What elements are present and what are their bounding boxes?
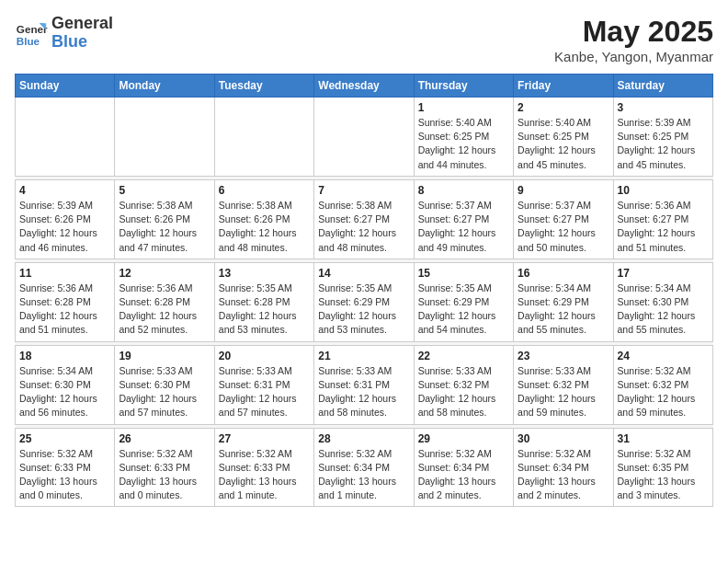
cell-date-number: 13 bbox=[219, 267, 310, 280]
calendar-title: May 2025 bbox=[554, 15, 713, 49]
header-day: Thursday bbox=[414, 75, 513, 98]
calendar-cell: 25Sunrise: 5:32 AM Sunset: 6:33 PM Dayli… bbox=[16, 428, 115, 507]
header-row: SundayMondayTuesdayWednesdayThursdayFrid… bbox=[16, 75, 713, 98]
cell-date-number: 28 bbox=[318, 432, 409, 445]
logo-line1: General bbox=[51, 15, 113, 33]
cell-date-number: 2 bbox=[518, 101, 609, 114]
cell-date-number: 9 bbox=[518, 184, 609, 197]
calendar-cell: 10Sunrise: 5:36 AM Sunset: 6:27 PM Dayli… bbox=[613, 179, 712, 259]
calendar-subtitle: Kanbe, Yangon, Myanmar bbox=[554, 49, 713, 64]
calendar-cell: 12Sunrise: 5:36 AM Sunset: 6:28 PM Dayli… bbox=[115, 262, 214, 341]
calendar-cell: 28Sunrise: 5:32 AM Sunset: 6:34 PM Dayli… bbox=[314, 428, 414, 507]
cell-date-number: 12 bbox=[119, 267, 210, 280]
calendar-cell bbox=[16, 98, 115, 177]
cell-date-number: 22 bbox=[418, 350, 509, 362]
cell-date-number: 19 bbox=[119, 350, 210, 362]
calendar-cell: 19Sunrise: 5:33 AM Sunset: 6:30 PM Dayli… bbox=[115, 345, 214, 424]
cell-date-number: 17 bbox=[618, 267, 709, 280]
calendar-body: 1Sunrise: 5:40 AM Sunset: 6:25 PM Daylig… bbox=[16, 98, 713, 507]
header-day: Wednesday bbox=[314, 75, 414, 98]
logo-line2: Blue bbox=[51, 33, 113, 52]
cell-date-number: 27 bbox=[219, 432, 310, 445]
cell-info-text: Sunrise: 5:32 AM Sunset: 6:32 PM Dayligh… bbox=[618, 364, 709, 420]
cell-info-text: Sunrise: 5:33 AM Sunset: 6:32 PM Dayligh… bbox=[418, 364, 509, 420]
cell-date-number: 14 bbox=[318, 267, 409, 280]
cell-info-text: Sunrise: 5:36 AM Sunset: 6:28 PM Dayligh… bbox=[119, 282, 210, 338]
cell-date-number: 1 bbox=[418, 101, 509, 114]
cell-info-text: Sunrise: 5:32 AM Sunset: 6:33 PM Dayligh… bbox=[219, 447, 310, 503]
cell-info-text: Sunrise: 5:35 AM Sunset: 6:29 PM Dayligh… bbox=[418, 282, 509, 338]
logo: General Blue General Blue bbox=[15, 15, 113, 52]
calendar-cell: 8Sunrise: 5:37 AM Sunset: 6:27 PM Daylig… bbox=[414, 179, 513, 259]
calendar-cell: 2Sunrise: 5:40 AM Sunset: 6:25 PM Daylig… bbox=[514, 98, 613, 177]
cell-info-text: Sunrise: 5:33 AM Sunset: 6:31 PM Dayligh… bbox=[219, 364, 310, 420]
cell-info-text: Sunrise: 5:33 AM Sunset: 6:30 PM Dayligh… bbox=[119, 364, 210, 420]
cell-date-number: 25 bbox=[19, 432, 110, 445]
cell-info-text: Sunrise: 5:36 AM Sunset: 6:28 PM Dayligh… bbox=[19, 282, 110, 338]
header-day: Saturday bbox=[613, 75, 712, 98]
cell-info-text: Sunrise: 5:34 AM Sunset: 6:30 PM Dayligh… bbox=[19, 364, 110, 420]
title-block: May 2025 Kanbe, Yangon, Myanmar bbox=[554, 15, 713, 64]
cell-date-number: 26 bbox=[119, 432, 210, 445]
calendar-cell: 7Sunrise: 5:38 AM Sunset: 6:27 PM Daylig… bbox=[314, 179, 414, 259]
calendar-cell bbox=[314, 98, 414, 177]
calendar-cell: 20Sunrise: 5:33 AM Sunset: 6:31 PM Dayli… bbox=[214, 345, 313, 424]
cell-info-text: Sunrise: 5:37 AM Sunset: 6:27 PM Dayligh… bbox=[518, 199, 609, 255]
cell-info-text: Sunrise: 5:37 AM Sunset: 6:27 PM Dayligh… bbox=[418, 199, 509, 255]
cell-info-text: Sunrise: 5:32 AM Sunset: 6:35 PM Dayligh… bbox=[618, 447, 709, 503]
cell-date-number: 31 bbox=[618, 432, 709, 445]
calendar-week-row: 1Sunrise: 5:40 AM Sunset: 6:25 PM Daylig… bbox=[16, 98, 713, 177]
cell-info-text: Sunrise: 5:32 AM Sunset: 6:34 PM Dayligh… bbox=[318, 447, 409, 503]
calendar-cell: 9Sunrise: 5:37 AM Sunset: 6:27 PM Daylig… bbox=[514, 179, 613, 259]
logo-text: General Blue bbox=[51, 15, 113, 52]
calendar-cell: 4Sunrise: 5:39 AM Sunset: 6:26 PM Daylig… bbox=[16, 179, 115, 259]
logo-icon: General Blue bbox=[15, 17, 48, 50]
cell-info-text: Sunrise: 5:36 AM Sunset: 6:27 PM Dayligh… bbox=[618, 199, 709, 255]
calendar-header: SundayMondayTuesdayWednesdayThursdayFrid… bbox=[16, 75, 713, 98]
cell-info-text: Sunrise: 5:35 AM Sunset: 6:28 PM Dayligh… bbox=[219, 282, 310, 338]
svg-text:Blue: Blue bbox=[17, 34, 40, 46]
calendar-week-row: 25Sunrise: 5:32 AM Sunset: 6:33 PM Dayli… bbox=[16, 428, 713, 507]
header-day: Sunday bbox=[16, 75, 115, 98]
header-day: Tuesday bbox=[214, 75, 313, 98]
cell-info-text: Sunrise: 5:40 AM Sunset: 6:25 PM Dayligh… bbox=[418, 116, 509, 172]
cell-info-text: Sunrise: 5:38 AM Sunset: 6:26 PM Dayligh… bbox=[219, 199, 310, 255]
cell-info-text: Sunrise: 5:39 AM Sunset: 6:26 PM Dayligh… bbox=[19, 199, 110, 255]
cell-date-number: 24 bbox=[618, 350, 709, 362]
calendar-cell: 26Sunrise: 5:32 AM Sunset: 6:33 PM Dayli… bbox=[115, 428, 214, 507]
cell-info-text: Sunrise: 5:38 AM Sunset: 6:26 PM Dayligh… bbox=[119, 199, 210, 255]
calendar-cell: 29Sunrise: 5:32 AM Sunset: 6:34 PM Dayli… bbox=[414, 428, 513, 507]
cell-info-text: Sunrise: 5:32 AM Sunset: 6:34 PM Dayligh… bbox=[518, 447, 609, 503]
calendar-cell: 16Sunrise: 5:34 AM Sunset: 6:29 PM Dayli… bbox=[514, 262, 613, 341]
calendar-cell: 5Sunrise: 5:38 AM Sunset: 6:26 PM Daylig… bbox=[115, 179, 214, 259]
cell-date-number: 16 bbox=[518, 267, 609, 280]
cell-date-number: 5 bbox=[119, 184, 210, 197]
cell-info-text: Sunrise: 5:33 AM Sunset: 6:32 PM Dayligh… bbox=[518, 364, 609, 420]
cell-info-text: Sunrise: 5:32 AM Sunset: 6:33 PM Dayligh… bbox=[19, 447, 110, 503]
cell-date-number: 10 bbox=[618, 184, 709, 197]
calendar-cell bbox=[115, 98, 214, 177]
calendar-cell: 31Sunrise: 5:32 AM Sunset: 6:35 PM Dayli… bbox=[613, 428, 712, 507]
calendar-week-row: 4Sunrise: 5:39 AM Sunset: 6:26 PM Daylig… bbox=[16, 179, 713, 259]
cell-info-text: Sunrise: 5:38 AM Sunset: 6:27 PM Dayligh… bbox=[318, 199, 409, 255]
cell-date-number: 30 bbox=[518, 432, 609, 445]
page-header: General Blue General Blue May 2025 Kanbe… bbox=[15, 15, 713, 64]
calendar-cell: 30Sunrise: 5:32 AM Sunset: 6:34 PM Dayli… bbox=[514, 428, 613, 507]
calendar-cell: 18Sunrise: 5:34 AM Sunset: 6:30 PM Dayli… bbox=[16, 345, 115, 424]
cell-date-number: 7 bbox=[318, 184, 409, 197]
calendar-cell: 15Sunrise: 5:35 AM Sunset: 6:29 PM Dayli… bbox=[414, 262, 513, 341]
cell-date-number: 29 bbox=[418, 432, 509, 445]
cell-date-number: 8 bbox=[418, 184, 509, 197]
cell-info-text: Sunrise: 5:32 AM Sunset: 6:33 PM Dayligh… bbox=[119, 447, 210, 503]
calendar-cell: 17Sunrise: 5:34 AM Sunset: 6:30 PM Dayli… bbox=[613, 262, 712, 341]
cell-info-text: Sunrise: 5:34 AM Sunset: 6:30 PM Dayligh… bbox=[618, 282, 709, 338]
calendar-cell bbox=[214, 98, 313, 177]
calendar-cell: 14Sunrise: 5:35 AM Sunset: 6:29 PM Dayli… bbox=[314, 262, 414, 341]
calendar-cell: 1Sunrise: 5:40 AM Sunset: 6:25 PM Daylig… bbox=[414, 98, 513, 177]
cell-date-number: 4 bbox=[19, 184, 110, 197]
calendar-cell: 21Sunrise: 5:33 AM Sunset: 6:31 PM Dayli… bbox=[314, 345, 414, 424]
calendar-cell: 27Sunrise: 5:32 AM Sunset: 6:33 PM Dayli… bbox=[214, 428, 313, 507]
calendar-cell: 13Sunrise: 5:35 AM Sunset: 6:28 PM Dayli… bbox=[214, 262, 313, 341]
cell-info-text: Sunrise: 5:32 AM Sunset: 6:34 PM Dayligh… bbox=[418, 447, 509, 503]
calendar-cell: 22Sunrise: 5:33 AM Sunset: 6:32 PM Dayli… bbox=[414, 345, 513, 424]
